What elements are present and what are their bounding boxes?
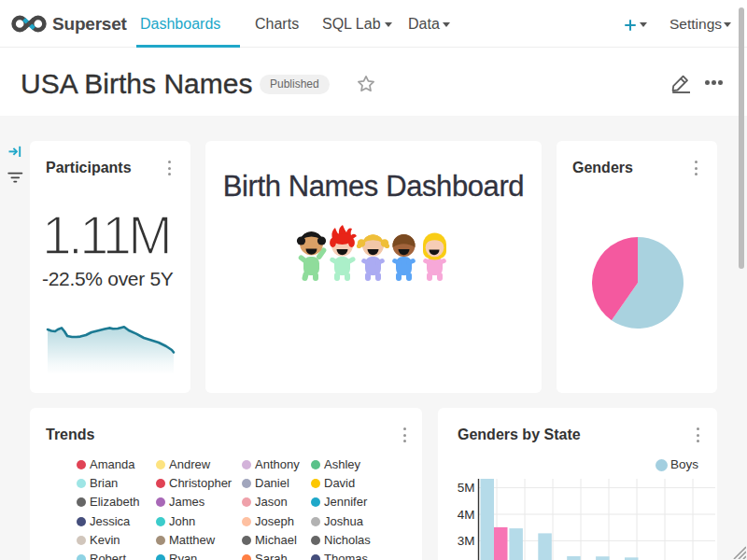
- legend-dot: [77, 497, 86, 507]
- legend-dot: [156, 517, 165, 526]
- genders-by-state-card: Genders by State Boys 5M4M3M: [438, 408, 717, 560]
- genders-by-state-bar-chart: 5M4M3M: [438, 408, 717, 560]
- participants-card: Participants 1.11M -22.5% over 5Y: [30, 141, 190, 393]
- brand-name[interactable]: Superset: [52, 14, 127, 35]
- dashboard-title[interactable]: USA Births Names: [21, 69, 252, 99]
- active-tab-underline: [136, 45, 240, 48]
- scrollbar-thumb[interactable]: [739, 7, 744, 269]
- legend-name: Sarah: [255, 550, 288, 560]
- legend-name: Joseph: [255, 512, 294, 531]
- legend-dot: [156, 554, 165, 560]
- legend-dot: [156, 497, 165, 507]
- legend-dot: [77, 517, 86, 526]
- legend-name: Michael: [255, 531, 297, 550]
- participants-trend-chart: [30, 309, 190, 393]
- legend-name: Christopher: [169, 474, 232, 493]
- legend-dot: [242, 536, 251, 545]
- edit-pencil-icon[interactable]: [670, 72, 692, 93]
- legend-name: Daniel: [255, 474, 289, 493]
- participants-menu-button[interactable]: [162, 160, 177, 176]
- svg-text:4M: 4M: [458, 508, 475, 522]
- legend-name: Jason: [255, 493, 288, 511]
- legend-dot: [311, 554, 320, 560]
- top-navbar: Superset Dashboards Charts SQL Lab Data …: [0, 0, 747, 48]
- legend-name: Kevin: [90, 531, 120, 550]
- legend-dot: [311, 497, 320, 507]
- legend-name: Amanda: [90, 455, 134, 474]
- legend-name: Ashley: [324, 455, 360, 474]
- dashboard-grid: Participants 1.11M -22.5% over 5Y Birth …: [0, 116, 747, 560]
- legend-name: David: [324, 474, 355, 493]
- legend-dot: [77, 479, 86, 488]
- markdown-card: Birth Names Dashboard: [205, 141, 542, 393]
- legend-dot: [156, 536, 165, 545]
- resize-handle-icon[interactable]: [733, 546, 746, 559]
- svg-text:3M: 3M: [458, 534, 475, 548]
- participants-subheader: -22.5% over 5Y: [42, 268, 174, 290]
- genders-menu-button[interactable]: [689, 160, 704, 176]
- legend-name: Thomas: [324, 550, 368, 560]
- nav-settings[interactable]: Settings: [669, 16, 722, 33]
- legend-name: Nicholas: [324, 531, 371, 550]
- nav-sql-lab[interactable]: SQL Lab: [322, 16, 381, 33]
- legend-name: Joshua: [324, 512, 363, 531]
- published-badge[interactable]: Published: [260, 75, 330, 94]
- legend-name: James: [169, 493, 204, 511]
- legend-dot: [311, 517, 320, 526]
- genders-card-title: Genders: [572, 160, 633, 176]
- legend-dot: [311, 536, 320, 545]
- legend-dot: [77, 554, 86, 560]
- sql-lab-caret-icon: [385, 22, 392, 27]
- legend-dot: [242, 460, 251, 469]
- legend-dot: [242, 479, 251, 488]
- legend-name: Jessica: [90, 512, 130, 531]
- legend-dot: [311, 460, 320, 469]
- children-illustration: [296, 225, 451, 283]
- genders-card: Genders: [557, 141, 717, 393]
- legend-dot: [77, 536, 86, 545]
- legend-name: Matthew: [169, 531, 215, 550]
- settings-caret-icon: [724, 22, 731, 27]
- participants-big-number: 1.11M: [42, 209, 169, 262]
- filter-icon[interactable]: [7, 171, 23, 185]
- trends-card: Trends AmandaAndrewAnthonyAshleyBrianChr…: [30, 408, 422, 560]
- legend-dot: [156, 460, 165, 469]
- legend-dot: [242, 554, 251, 560]
- legend-dot: [77, 460, 86, 469]
- trends-menu-button[interactable]: [398, 427, 413, 443]
- superset-app: Superset Dashboards Charts SQL Lab Data …: [0, 0, 747, 560]
- new-plus-button[interactable]: [625, 20, 636, 31]
- trends-card-title: Trends: [46, 427, 94, 443]
- legend-name: John: [169, 512, 195, 531]
- legend-name: Elizabeth: [90, 493, 139, 511]
- legend-name: Ryan: [169, 550, 197, 560]
- svg-text:5M: 5M: [458, 481, 475, 495]
- legend-name: Brian: [90, 474, 118, 493]
- nav-dashboards[interactable]: Dashboards: [140, 16, 220, 33]
- legend-name: Anthony: [255, 455, 300, 474]
- legend-name: Andrew: [169, 455, 210, 474]
- data-caret-icon: [443, 22, 450, 27]
- dashboard-header: USA Births Names Published: [0, 48, 747, 116]
- legend-dot: [242, 497, 251, 507]
- nav-data[interactable]: Data: [408, 16, 440, 33]
- nav-charts[interactable]: Charts: [255, 16, 299, 33]
- expand-filter-bar-icon[interactable]: [8, 146, 21, 159]
- genders-pie-chart: [592, 237, 684, 329]
- legend-name: Robert: [90, 550, 126, 560]
- legend-dot: [242, 517, 251, 526]
- markdown-heading: Birth Names Dashboard: [205, 173, 542, 201]
- participants-card-title: Participants: [46, 160, 132, 176]
- legend-dot: [156, 479, 165, 488]
- legend-name: Jennifer: [324, 493, 367, 511]
- plus-caret-icon: [640, 22, 647, 27]
- favorite-star-icon[interactable]: [357, 75, 375, 93]
- legend-dot: [311, 479, 320, 488]
- superset-logo-icon[interactable]: [10, 15, 48, 33]
